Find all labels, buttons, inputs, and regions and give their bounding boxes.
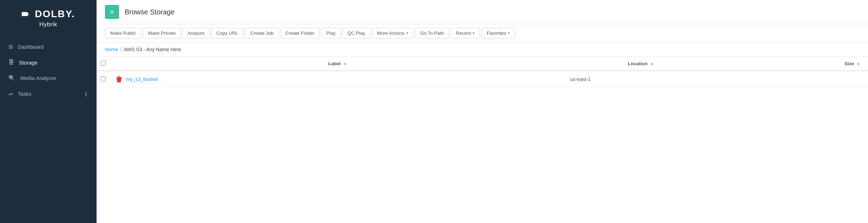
dashboard-icon: ⊞ [8, 43, 13, 50]
breadcrumb-separator: / [120, 47, 121, 52]
toolbar: Make Public Make Private Analyze Copy UR… [97, 24, 868, 42]
favorites-label: Favorites [487, 31, 506, 36]
go-to-path-button[interactable]: Go To Path [415, 28, 449, 39]
row-checkbox[interactable] [101, 76, 106, 81]
svg-rect-6 [118, 76, 120, 76]
sidebar-item-media-analyzer-label: Media Analyzer [20, 75, 57, 81]
more-actions-dropdown-arrow-icon: ▾ [406, 31, 408, 35]
row-checkbox-cell [97, 71, 110, 88]
svg-text:.: . [29, 13, 30, 16]
column-header-location[interactable]: Location ⇅ [565, 57, 716, 71]
row-size-cell [716, 71, 868, 88]
more-actions-label: More Actions [377, 31, 405, 36]
sidebar-item-storage-label: Storage [19, 60, 38, 66]
table-row: my_s3_bucket us-east-1 [97, 71, 868, 88]
create-folder-button[interactable]: Create Folder [280, 28, 320, 39]
create-job-button[interactable]: Create Job [245, 28, 279, 39]
row-location-cell: us-east-1 [565, 71, 716, 88]
sidebar-item-tasks-label: Tasks [18, 91, 31, 97]
column-header-size[interactable]: Size ⇅ [716, 57, 868, 71]
sidebar-item-tasks[interactable]: ⇌ Tasks ❮ [0, 86, 97, 102]
table-header: Label ⇅ Location ⇅ Size ⇅ [97, 57, 868, 71]
storage-icon: 🗄 [8, 59, 14, 66]
breadcrumb-home-link[interactable]: Home [105, 47, 118, 52]
tasks-chevron-icon: ❮ [84, 91, 88, 96]
column-header-label[interactable]: Label ⇅ [110, 57, 565, 71]
recent-button[interactable]: Recent ▾ [451, 28, 480, 39]
favorites-button[interactable]: Favorites ▾ [481, 28, 515, 39]
storage-table-area: Label ⇅ Location ⇅ Size ⇅ [97, 57, 868, 223]
bucket-icon [116, 75, 123, 83]
analyze-button[interactable]: Analyze [182, 28, 210, 39]
label-cell-content: my_s3_bucket [116, 75, 559, 83]
bucket-name-link[interactable]: my_s3_bucket [126, 76, 158, 82]
dolby-brand: DOLBY. [35, 8, 75, 20]
hybrik-product-name: Hybrik [39, 21, 57, 28]
column-label-text: Label [328, 61, 341, 66]
more-actions-button[interactable]: More Actions ▾ [372, 28, 414, 39]
size-sort-icon: ⇅ [857, 62, 860, 66]
copy-url-button[interactable]: Copy URL [211, 28, 243, 39]
sidebar-item-storage[interactable]: 🗄 Storage [0, 55, 97, 70]
column-location-text: Location [628, 61, 647, 66]
make-private-button[interactable]: Make Private [143, 28, 181, 39]
hamburger-icon: ≡ [110, 9, 114, 15]
table-body: my_s3_bucket us-east-1 [97, 71, 868, 88]
select-all-checkbox[interactable] [101, 61, 106, 66]
recent-label: Recent [456, 31, 471, 36]
column-size-text: Size [844, 61, 854, 66]
breadcrumb: Home / AWS S3 - Any Name Here [97, 42, 868, 57]
svg-rect-4 [116, 77, 122, 78]
label-sort-icon: ⇅ [343, 62, 346, 66]
breadcrumb-current: AWS S3 - Any Name Here [124, 47, 181, 52]
play-button[interactable]: Play [321, 28, 341, 39]
top-header: ≡ Browse Storage [97, 0, 868, 24]
make-public-button[interactable]: Make Public [105, 28, 142, 39]
recent-dropdown-arrow-icon: ▾ [473, 31, 475, 35]
row-label-cell: my_s3_bucket [110, 71, 565, 88]
media-analyzer-icon: 🔍 [8, 75, 15, 81]
sidebar-logo: . DOLBY. Hybrik [0, 0, 97, 35]
sidebar-item-dashboard-label: Dashboard [18, 44, 44, 50]
tasks-left: ⇌ Tasks [8, 90, 31, 97]
logo-graphic: . DOLBY. [21, 8, 75, 20]
menu-button[interactable]: ≡ [105, 5, 119, 19]
location-sort-icon: ⇅ [650, 62, 653, 66]
header-checkbox-cell [97, 57, 110, 71]
svg-rect-2 [24, 12, 26, 16]
main-content: ≡ Browse Storage Make Public Make Privat… [97, 0, 868, 223]
sidebar: . DOLBY. Hybrik ⊞ Dashboard 🗄 Storage 🔍 … [0, 0, 97, 223]
sidebar-item-dashboard[interactable]: ⊞ Dashboard [0, 39, 97, 55]
favorites-dropdown-arrow-icon: ▾ [508, 31, 510, 35]
page-title: Browse Storage [125, 8, 175, 16]
sidebar-item-media-analyzer[interactable]: 🔍 Media Analyzer [0, 70, 97, 86]
storage-table: Label ⇅ Location ⇅ Size ⇅ [97, 57, 868, 88]
tasks-icon: ⇌ [8, 90, 13, 97]
svg-rect-1 [22, 12, 23, 16]
qc-play-button[interactable]: QC Play [342, 28, 370, 39]
sidebar-nav: ⊞ Dashboard 🗄 Storage 🔍 Media Analyzer ⇌… [0, 35, 97, 223]
table-header-row: Label ⇅ Location ⇅ Size ⇅ [97, 57, 868, 71]
dolby-logo-icon: . [21, 9, 31, 19]
